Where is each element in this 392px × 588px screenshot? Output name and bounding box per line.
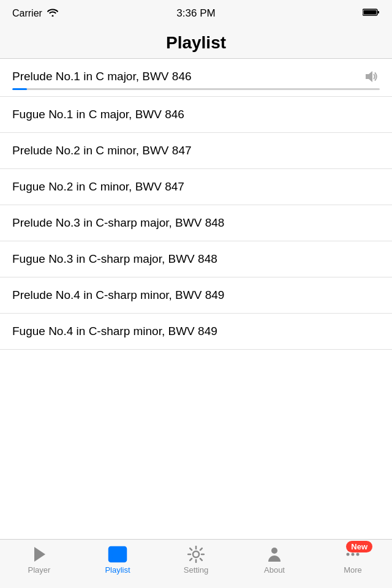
carrier-label: Carrier — [12, 8, 42, 19]
player-label: Player — [28, 565, 51, 575]
tab-item-player[interactable]: Player — [0, 546, 78, 575]
svg-point-13 — [352, 553, 355, 556]
player-icon — [29, 546, 49, 563]
track-row[interactable]: Prelude No.1 in C major, BWV 846 — [0, 59, 392, 97]
svg-point-12 — [347, 553, 350, 556]
tab-bar: Player Playlist Setting About NewMore — [0, 539, 392, 588]
about-label: About — [264, 565, 285, 575]
svg-rect-8 — [112, 557, 123, 559]
more-label: More — [344, 565, 362, 575]
track-row[interactable]: Fugue No.2 in C minor, BWV 847 — [0, 169, 392, 205]
playlist-icon — [108, 546, 127, 563]
battery-icon — [363, 8, 380, 19]
setting-label: Setting — [184, 565, 208, 575]
track-title: Fugue No.1 in C major, BWV 846 — [12, 108, 184, 121]
svg-point-11 — [271, 548, 277, 554]
track-list: Prelude No.1 in C major, BWV 846 Fugue N… — [0, 59, 392, 539]
svg-rect-7 — [112, 554, 123, 556]
tab-item-playlist[interactable]: Playlist — [78, 546, 157, 575]
new-badge: New — [346, 541, 372, 552]
more-badge-container: New — [344, 546, 361, 563]
track-title: Prelude No.4 in C-sharp minor, BWV 849 — [12, 288, 224, 301]
track-title: Fugue No.2 in C minor, BWV 847 — [12, 180, 184, 193]
svg-rect-6 — [112, 551, 123, 552]
status-left: Carrier — [12, 8, 58, 19]
setting-icon — [186, 546, 206, 563]
progress-bar — [12, 88, 380, 90]
status-bar: Carrier 3:36 PM — [0, 0, 392, 27]
wifi-icon — [47, 8, 58, 19]
status-time: 3:36 PM — [176, 7, 215, 20]
svg-point-14 — [356, 553, 360, 556]
about-icon — [265, 546, 284, 563]
tab-item-about[interactable]: About — [235, 546, 314, 575]
svg-rect-2 — [364, 10, 377, 15]
track-row[interactable]: Fugue No.1 in C major, BWV 846 — [0, 97, 392, 133]
track-row[interactable]: Fugue No.4 in C-sharp minor, BWV 849 — [0, 314, 392, 350]
track-title: Fugue No.4 in C-sharp minor, BWV 849 — [12, 325, 217, 337]
svg-rect-1 — [378, 11, 380, 13]
tab-item-more[interactable]: NewMore — [314, 546, 392, 575]
track-row[interactable]: Prelude No.4 in C-sharp minor, BWV 849 — [0, 277, 392, 314]
page-title: Playlist — [166, 33, 226, 53]
track-row[interactable]: Prelude No.3 in C-sharp major, BWV 848 — [0, 205, 392, 241]
speaker-icon — [364, 70, 380, 86]
track-title: Prelude No.3 in C-sharp major, BWV 848 — [12, 216, 224, 229]
track-title: Prelude No.1 in C major, BWV 846 — [12, 70, 192, 83]
svg-point-10 — [193, 551, 199, 557]
track-title: Fugue No.3 in C-sharp major, BWV 848 — [12, 252, 217, 265]
track-row[interactable]: Fugue No.3 in C-sharp major, BWV 848 — [0, 241, 392, 277]
tab-item-setting[interactable]: Setting — [157, 546, 235, 575]
svg-point-9 — [108, 552, 112, 556]
nav-bar: Playlist — [0, 27, 392, 59]
more-icon: New — [343, 546, 363, 563]
playlist-label: Playlist — [105, 565, 130, 575]
track-title: Prelude No.2 in C minor, BWV 847 — [12, 144, 192, 157]
track-row[interactable]: Prelude No.2 in C minor, BWV 847 — [0, 133, 392, 169]
svg-marker-3 — [366, 71, 372, 82]
status-right — [363, 8, 380, 19]
svg-marker-4 — [34, 547, 45, 562]
